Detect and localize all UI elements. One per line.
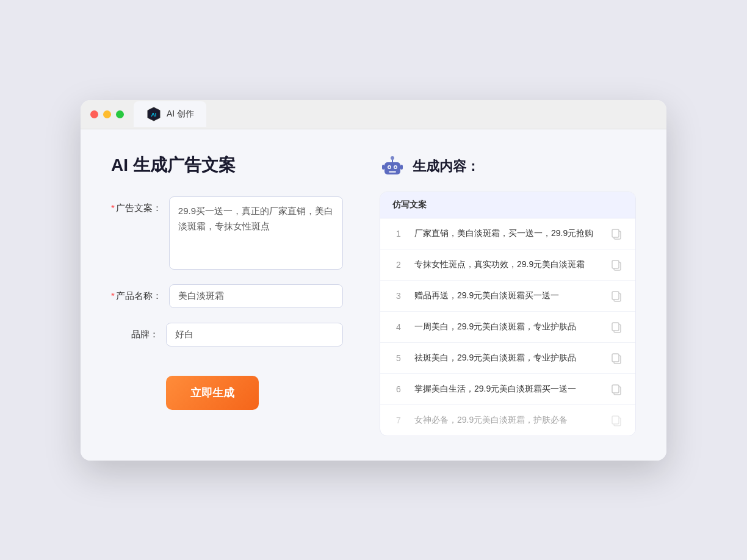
result-number: 3: [392, 291, 405, 301]
page-title: AI 生成广告文案: [111, 154, 343, 177]
browser-window: AI AI 创作 AI 生成广告文案 *广告文案： 29.9买一送一，真正的厂家…: [81, 100, 666, 461]
svg-rect-25: [612, 416, 619, 424]
result-number: 5: [392, 353, 405, 363]
required-star-1: *: [111, 203, 115, 213]
result-number: 4: [392, 322, 405, 332]
brand-input[interactable]: [166, 323, 343, 346]
result-text: 祛斑美白，29.9元美白淡斑霜，专业护肤品: [414, 351, 600, 364]
ad-copy-label: *广告文案：: [111, 196, 169, 214]
svg-rect-21: [612, 354, 619, 362]
brand-label: 品牌：: [111, 323, 166, 340]
svg-rect-17: [612, 292, 619, 300]
left-panel: AI 生成广告文案 *广告文案： 29.9买一送一，真正的厂家直销，美白淡斑霜，…: [111, 154, 343, 436]
maximize-button[interactable]: [116, 110, 124, 118]
result-number: 7: [392, 415, 405, 425]
copy-button[interactable]: [610, 258, 623, 271]
copy-button[interactable]: [610, 320, 623, 334]
result-number: 1: [392, 229, 405, 239]
browser-tab[interactable]: AI AI 创作: [134, 101, 206, 127]
svg-point-9: [391, 156, 394, 160]
result-text: 女神必备，29.9元美白淡斑霜，护肤必备: [414, 414, 600, 426]
results-rows: 1厂家直销，美白淡斑霜，买一送一，29.9元抢购 2专抹女性斑点，真实功效，29…: [380, 218, 635, 436]
result-text: 一周美白，29.9元美白淡斑霜，专业护肤品: [414, 320, 600, 333]
product-name-label: *产品名称：: [111, 284, 169, 302]
robot-icon: [380, 154, 405, 179]
brand-row: 品牌：: [111, 323, 343, 346]
table-row: 7女神必备，29.9元美白淡斑霜，护肤必备: [380, 405, 635, 436]
traffic-lights: [90, 110, 124, 118]
ad-copy-row: *广告文案： 29.9买一送一，真正的厂家直销，美白淡斑霜，专抹女性斑点: [111, 196, 343, 270]
table-row: 4一周美白，29.9元美白淡斑霜，专业护肤品: [380, 312, 635, 343]
required-star-2: *: [111, 290, 115, 301]
main-layout: AI 生成广告文案 *广告文案： 29.9买一送一，真正的厂家直销，美白淡斑霜，…: [111, 154, 636, 436]
svg-rect-15: [612, 260, 619, 268]
result-text: 掌握美白生活，29.9元美白淡斑霜买一送一: [414, 382, 600, 395]
svg-point-5: [389, 166, 391, 168]
table-row: 2专抹女性斑点，真实功效，29.9元美白淡斑霜: [380, 249, 635, 281]
copy-button[interactable]: [610, 289, 623, 303]
minimize-button[interactable]: [103, 110, 111, 118]
ad-copy-input[interactable]: 29.9买一送一，真正的厂家直销，美白淡斑霜，专抹女性斑点: [169, 196, 343, 270]
generate-button[interactable]: 立即生成: [166, 376, 259, 410]
browser-titlebar: AI AI 创作: [81, 100, 666, 129]
copy-button[interactable]: [610, 382, 623, 396]
results-table: 仿写文案 1厂家直销，美白淡斑霜，买一送一，29.9元抢购 2专抹女性斑点，真实…: [380, 192, 636, 436]
copy-button[interactable]: [610, 227, 623, 240]
copy-button[interactable]: [610, 414, 623, 427]
right-panel: 生成内容： 仿写文案 1厂家直销，美白淡斑霜，买一送一，29.9元抢购 2专抹女…: [380, 154, 636, 436]
close-button[interactable]: [90, 110, 98, 118]
result-text: 厂家直销，美白淡斑霜，买一送一，29.9元抢购: [414, 227, 600, 240]
product-name-input[interactable]: [169, 284, 343, 308]
result-text: 赠品再送，29.9元美白淡斑霜买一送一: [414, 289, 600, 302]
table-row: 5祛斑美白，29.9元美白淡斑霜，专业护肤品: [380, 343, 635, 374]
product-name-row: *产品名称：: [111, 284, 343, 308]
results-table-header: 仿写文案: [380, 192, 635, 218]
right-panel-title: 生成内容：: [413, 157, 480, 176]
right-header: 生成内容：: [380, 154, 636, 179]
table-row: 3赠品再送，29.9元美白淡斑霜买一送一: [380, 281, 635, 312]
svg-rect-10: [382, 165, 384, 170]
table-row: 1厂家直销，美白淡斑霜，买一送一，29.9元抢购: [380, 218, 635, 249]
svg-rect-13: [612, 229, 619, 237]
svg-point-6: [395, 166, 397, 168]
svg-rect-7: [389, 171, 396, 173]
result-text: 专抹女性斑点，真实功效，29.9元美白淡斑霜: [414, 258, 600, 271]
svg-text:AI: AI: [151, 112, 157, 118]
result-number: 2: [392, 260, 405, 270]
svg-rect-23: [612, 385, 619, 393]
svg-rect-19: [612, 323, 619, 331]
copy-button[interactable]: [610, 351, 623, 365]
result-number: 6: [392, 384, 405, 394]
table-row: 6掌握美白生活，29.9元美白淡斑霜买一送一: [380, 374, 635, 405]
svg-rect-11: [400, 165, 403, 170]
tab-label: AI 创作: [167, 109, 194, 120]
browser-content: AI 生成广告文案 *广告文案： 29.9买一送一，真正的厂家直销，美白淡斑霜，…: [81, 129, 666, 461]
ai-tab-icon: AI: [146, 106, 162, 122]
